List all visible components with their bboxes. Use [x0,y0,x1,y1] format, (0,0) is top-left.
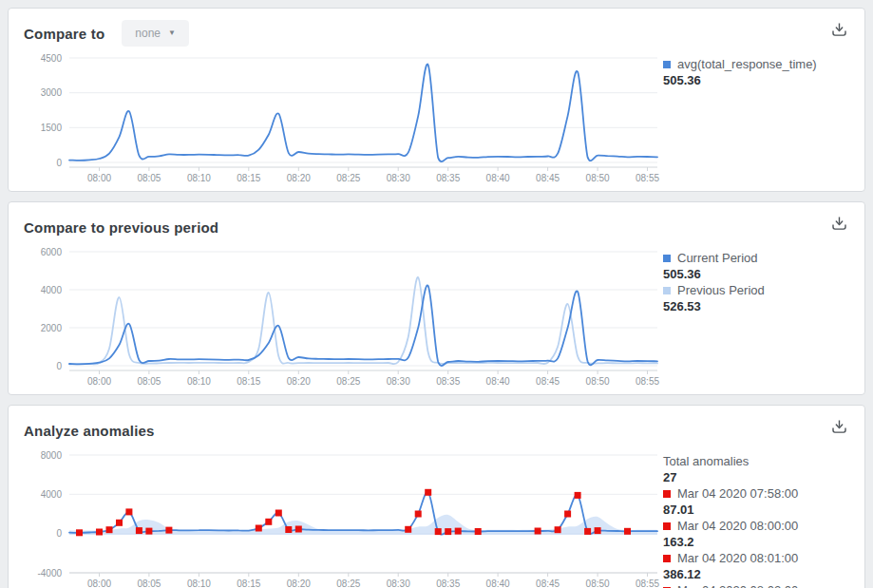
anomaly-marker [76,529,83,536]
y-tick-label: -4000 [37,568,62,579]
x-tick-label: 08:25 [336,579,360,588]
anomaly-marker [584,528,591,535]
legend-swatch [663,490,671,498]
x-tick-label: 08:40 [486,376,510,387]
download-button[interactable] [831,419,847,436]
panel-previous-period: Compare to previous period 0200040006000… [8,201,865,395]
y-tick-label: 6000 [41,247,63,257]
panel-anomalies: Analyze anomalies -400004000800008:0008:… [8,405,865,588]
panel-compare-to: Compare to none ▼ 015003000450008:0008:0… [8,8,865,192]
chart-anomalies[interactable]: -400004000800008:0008:0508:1008:1508:200… [24,449,663,588]
legend-value: 505.36 [663,266,847,282]
anomaly-marker [624,528,631,535]
panel-title: Compare to previous period [24,219,218,236]
dropdown-selected-value: none [135,27,161,40]
x-tick-label: 08:40 [486,173,510,183]
legend-value: 386.12 [663,566,847,582]
compare-to-dropdown[interactable]: none ▼ [122,20,189,47]
download-icon [831,419,847,434]
legend-label: Current Period [663,250,847,266]
x-tick-label: 08:40 [486,579,510,588]
y-tick-label: 4000 [41,489,63,500]
anomaly-marker [595,527,601,534]
series-line [69,285,657,366]
x-tick-label: 08:15 [237,376,260,387]
chart-previous-period[interactable]: 020004000600008:0008:0508:1008:1508:2008… [24,246,663,389]
anomaly-marker [435,528,442,535]
x-tick-label: 08:50 [586,376,610,387]
panel-compare-to-main: Compare to none ▼ 015003000450008:0008:0… [9,9,663,191]
legend-label: avg(total_response_time) [663,56,847,72]
anomaly-marker [125,508,132,515]
y-tick-label: 3000 [41,87,63,98]
anomaly-marker [405,526,411,533]
x-tick-label: 08:05 [137,376,161,387]
x-tick-label: 08:55 [636,173,659,183]
series-line [69,65,657,162]
panel-title: Analyze anomalies [24,423,155,439]
x-tick-label: 08:50 [586,579,610,588]
legend-value: 505.36 [663,72,847,88]
legend-anomalies: Total anomalies27Mar 04 2020 07:58:0087.… [663,453,847,588]
y-tick-label: 4000 [41,285,63,295]
x-tick-label: 08:05 [137,173,161,183]
legend-swatch [663,61,671,68]
chart-svg: 020004000600008:0008:0508:1008:1508:2008… [24,246,667,389]
x-tick-label: 08:30 [387,376,410,387]
y-tick-label: 2000 [41,323,63,333]
anomaly-marker [564,511,571,518]
x-tick-label: 08:15 [237,579,260,588]
panel-compare-to-header: Compare to none ▼ [24,20,663,47]
download-button[interactable] [831,216,847,233]
anomaly-marker [285,526,292,533]
legend-swatch [663,255,671,262]
anomaly-marker [106,526,113,533]
x-tick-label: 08:10 [187,376,211,387]
x-tick-label: 08:10 [187,173,211,183]
legend-value: 87.01 [663,502,847,518]
chart-svg: 015003000450008:0008:0508:1008:1508:2008… [24,52,667,185]
legend-label: Mar 04 2020 08:01:00 [663,550,847,566]
chart-compare-to[interactable]: 015003000450008:0008:0508:1008:1508:2008… [24,52,663,185]
x-tick-label: 08:35 [436,376,460,387]
x-tick-label: 08:00 [87,579,111,588]
download-button[interactable] [831,22,847,39]
y-tick-label: 1500 [41,123,63,133]
y-tick-label: 0 [56,361,62,371]
legend-label: Total anomalies [663,453,847,469]
anomaly-marker [116,520,123,526]
panel-previous-period-main: Compare to previous period 0200040006000… [9,202,663,394]
legend-label: Previous Period [663,282,847,298]
chart-svg: -400004000800008:0008:0508:1008:1508:200… [24,449,667,588]
x-tick-label: 08:30 [387,173,410,183]
anomaly-marker [136,527,142,534]
legend-label: Mar 04 2020 08:02:00 [663,582,847,588]
x-tick-label: 08:35 [436,579,460,588]
anomaly-marker [295,526,302,533]
y-tick-label: 0 [56,158,62,168]
panel-anomalies-header: Analyze anomalies [24,417,663,444]
chevron-down-icon: ▼ [168,29,176,37]
anomaly-marker [256,525,262,532]
anomaly-marker [415,511,422,518]
x-tick-label: 08:35 [436,173,460,183]
anomaly-marker [265,519,272,525]
x-tick-label: 08:45 [536,173,560,183]
dashboard: { "colors": { "accent_line": "#4a87d9", … [8,8,865,588]
legend-compare-to: avg(total_response_time)505.36 [663,56,847,88]
legend-label: Mar 04 2020 07:58:00 [663,485,847,502]
x-tick-label: 08:25 [336,376,360,387]
anomaly-marker [96,529,103,536]
x-tick-label: 08:20 [287,173,311,183]
x-tick-label: 08:50 [586,173,610,183]
anomaly-marker [535,528,541,535]
panel-previous-period-header: Compare to previous period [24,214,663,240]
page-title: Compare to [24,26,104,42]
anomaly-marker [455,528,462,535]
x-tick-label: 08:05 [137,579,161,588]
y-tick-label: 0 [56,528,62,539]
legend-previous-period: Current Period505.36Previous Period526.5… [663,250,847,314]
x-tick-label: 08:20 [287,579,311,588]
download-icon [831,216,847,231]
anomaly-marker [555,526,561,533]
